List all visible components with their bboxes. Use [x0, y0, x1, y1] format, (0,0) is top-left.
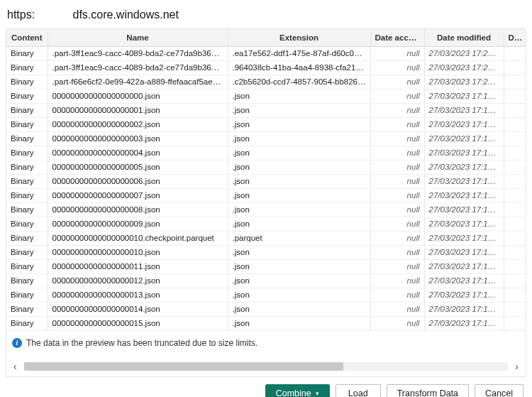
cell-name[interactable]: 00000000000000000006.json [48, 174, 228, 188]
cell-content[interactable]: Binary [6, 245, 48, 259]
cell-extension[interactable]: .964038cb-41ba-4aa4-8938-cfa21930555b [228, 60, 370, 75]
table-row[interactable]: Binary00000000000000000010.json.jsonnull… [6, 245, 526, 259]
scrollbar-track[interactable] [24, 362, 509, 371]
table-row[interactable]: Binary00000000000000000009.json.jsonnull… [6, 217, 526, 231]
col-header-extension[interactable]: Extension [228, 29, 370, 46]
col-header-date-modified[interactable]: Date modified [424, 29, 504, 46]
table-row[interactable]: Binary00000000000000000004.json.jsonnull… [6, 146, 526, 160]
cell-content[interactable]: Binary [6, 60, 48, 75]
cell-date-accessed: null [370, 60, 424, 75]
cell-extension[interactable]: .ea17e562-ddf1-475e-87af-d60c0ebc64e4 [228, 46, 370, 60]
cell-name[interactable]: 00000000000000000015.json [48, 316, 228, 330]
table-row[interactable]: Binary00000000000000000013.json.jsonnull… [6, 288, 526, 302]
load-button[interactable]: Load [336, 384, 381, 398]
cell-content[interactable]: Binary [6, 160, 48, 174]
cell-extension[interactable]: .json [228, 89, 370, 103]
table-row[interactable]: Binary00000000000000000011.json.jsonnull… [6, 259, 526, 273]
cell-content[interactable]: Binary [6, 202, 48, 217]
cell-extension[interactable]: .json [228, 259, 370, 273]
scrollbar-thumb[interactable] [24, 362, 344, 371]
cell-extension[interactable]: .c2b5620d-ccd7-4857-9054-bb826d79604b [228, 75, 370, 89]
col-header-date-created[interactable]: Date c [504, 29, 526, 46]
cell-extension[interactable]: .json [228, 273, 370, 288]
table-row[interactable]: Binary00000000000000000005.json.jsonnull… [6, 160, 526, 174]
cell-content[interactable]: Binary [6, 117, 48, 131]
cell-extension[interactable]: .json [228, 245, 370, 259]
cell-extension[interactable]: .parquet [228, 231, 370, 245]
table-row[interactable]: Binary00000000000000000003.json.jsonnull… [6, 131, 526, 146]
cell-extension[interactable]: .json [228, 188, 370, 202]
table-row[interactable]: Binary00000000000000000008.json.jsonnull… [6, 202, 526, 217]
table-row[interactable]: Binary.part-3ff1eac9-cacc-4089-bda2-ce77… [6, 60, 526, 75]
cell-name[interactable]: 00000000000000000004.json [48, 146, 228, 160]
table-row[interactable]: Binary00000000000000000002.json.jsonnull… [6, 117, 526, 131]
transform-data-button[interactable]: Transform Data [387, 384, 469, 398]
cell-name[interactable]: 00000000000000000002.json [48, 117, 228, 131]
info-icon: i [12, 338, 22, 348]
cell-name[interactable]: 00000000000000000000.json [48, 89, 228, 103]
cell-name[interactable]: .part-f66e6cf2-0e99-422a-a889-ffefaacaf5… [48, 75, 228, 89]
col-header-content[interactable]: Content [6, 29, 48, 46]
table-row[interactable]: Binary00000000000000000006.json.jsonnull… [6, 174, 526, 188]
cell-name[interactable]: 00000000000000000003.json [48, 131, 228, 146]
cell-name[interactable]: 00000000000000000007.json [48, 188, 228, 202]
cancel-button[interactable]: Cancel [475, 384, 523, 398]
combine-button[interactable]: Combine ▾ [265, 384, 330, 398]
cell-extension[interactable]: .json [228, 316, 370, 330]
table-row[interactable]: Binary.part-3ff1eac9-cacc-4089-bda2-ce77… [6, 46, 526, 60]
cell-date-created [504, 202, 526, 217]
cell-date-created [504, 60, 526, 75]
cell-name[interactable]: .part-3ff1eac9-cacc-4089-bda2-ce77da9b36… [48, 60, 228, 75]
table-row[interactable]: Binary00000000000000000014.json.jsonnull… [6, 302, 526, 316]
cell-extension[interactable]: .json [228, 117, 370, 131]
cell-name[interactable]: 00000000000000000010.json [48, 245, 228, 259]
cell-content[interactable]: Binary [6, 217, 48, 231]
horizontal-scrollbar[interactable]: ‹ › [6, 358, 526, 376]
table-row[interactable]: Binary00000000000000000000.json.jsonnull… [6, 89, 526, 103]
table-row[interactable]: Binary00000000000000000001.json.jsonnull… [6, 103, 526, 117]
cell-date-accessed: null [370, 273, 424, 288]
cell-extension[interactable]: .json [228, 146, 370, 160]
cell-content[interactable]: Binary [6, 316, 48, 330]
cell-content[interactable]: Binary [6, 259, 48, 273]
col-header-name[interactable]: Name [48, 29, 228, 46]
cell-content[interactable]: Binary [6, 302, 48, 316]
cell-extension[interactable]: .json [228, 131, 370, 146]
table-row[interactable]: Binary00000000000000000015.json.jsonnull… [6, 316, 526, 330]
cell-content[interactable]: Binary [6, 89, 48, 103]
cell-content[interactable]: Binary [6, 46, 48, 60]
cell-name[interactable]: 00000000000000000001.json [48, 103, 228, 117]
cell-content[interactable]: Binary [6, 273, 48, 288]
cell-name[interactable]: 00000000000000000013.json [48, 288, 228, 302]
cell-name[interactable]: 00000000000000000014.json [48, 302, 228, 316]
cell-extension[interactable]: .json [228, 174, 370, 188]
cell-content[interactable]: Binary [6, 288, 48, 302]
scroll-right-icon[interactable]: › [514, 361, 520, 372]
cell-name[interactable]: 00000000000000000011.json [48, 259, 228, 273]
cell-extension[interactable]: .json [228, 103, 370, 117]
col-header-date-accessed[interactable]: Date accessed [370, 29, 424, 46]
cell-name[interactable]: 00000000000000000008.json [48, 202, 228, 217]
cell-extension[interactable]: .json [228, 288, 370, 302]
cell-name[interactable]: 00000000000000000009.json [48, 217, 228, 231]
table-row[interactable]: Binary00000000000000000007.json.jsonnull… [6, 188, 526, 202]
cell-content[interactable]: Binary [6, 146, 48, 160]
table-row[interactable]: Binary.part-f66e6cf2-0e99-422a-a889-ffef… [6, 75, 526, 89]
cell-content[interactable]: Binary [6, 131, 48, 146]
cell-name[interactable]: 00000000000000000012.json [48, 273, 228, 288]
scroll-left-icon[interactable]: ‹ [12, 361, 18, 372]
cell-extension[interactable]: .json [228, 302, 370, 316]
cell-extension[interactable]: .json [228, 160, 370, 174]
cell-name[interactable]: .part-3ff1eac9-cacc-4089-bda2-ce77da9b36… [48, 46, 228, 60]
cell-content[interactable]: Binary [6, 174, 48, 188]
cell-content[interactable]: Binary [6, 231, 48, 245]
table-row[interactable]: Binary00000000000000000010.checkpoint.pa… [6, 231, 526, 245]
table-row[interactable]: Binary00000000000000000012.json.jsonnull… [6, 273, 526, 288]
cell-name[interactable]: 00000000000000000010.checkpoint.parquet [48, 231, 228, 245]
cell-extension[interactable]: .json [228, 217, 370, 231]
cell-content[interactable]: Binary [6, 75, 48, 89]
cell-name[interactable]: 00000000000000000005.json [48, 160, 228, 174]
cell-extension[interactable]: .json [228, 202, 370, 217]
cell-content[interactable]: Binary [6, 103, 48, 117]
cell-content[interactable]: Binary [6, 188, 48, 202]
